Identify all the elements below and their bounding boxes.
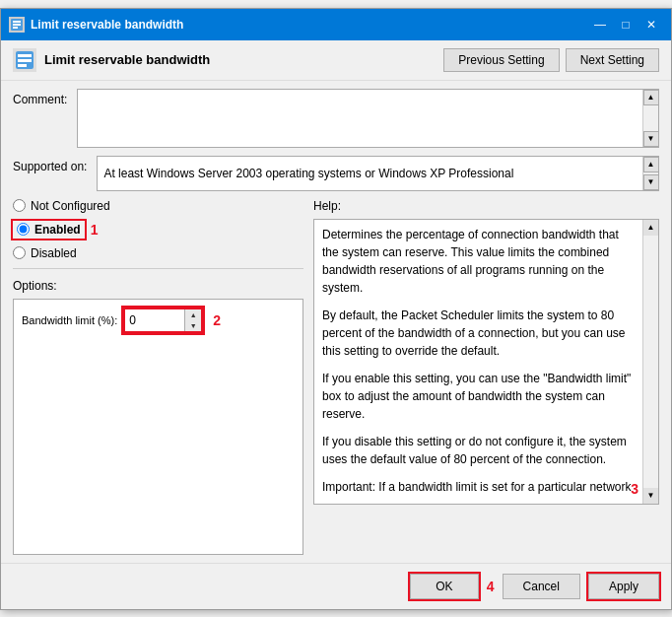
comment-area: Comment: ▲ ▼ (1, 81, 671, 148)
title-bar-controls: — □ ✕ (588, 15, 663, 34)
previous-setting-button[interactable]: Previous Setting (443, 48, 559, 72)
bandwidth-input[interactable] (125, 309, 184, 331)
supported-on-label: Supported on: (13, 156, 87, 173)
disabled-label: Disabled (31, 246, 77, 260)
help-para-5: Important: If a bandwidth limit is set f… (322, 478, 637, 498)
help-para-1: Determines the percentage of connection … (322, 226, 637, 297)
apply-button[interactable]: Apply (588, 574, 659, 599)
options-label: Options: (13, 279, 303, 293)
svg-rect-6 (18, 59, 32, 62)
help-para-4: If you disable this setting or do not co… (322, 433, 637, 468)
enabled-radio[interactable] (17, 223, 30, 236)
scroll-thumb (643, 105, 658, 131)
spinner-up-button[interactable]: ▲ (185, 309, 201, 320)
svg-rect-2 (13, 24, 21, 26)
close-button[interactable]: ✕ (639, 15, 663, 34)
help-column: Help: Determines the percentage of conne… (313, 199, 659, 555)
help-label: Help: (313, 199, 659, 213)
not-configured-option[interactable]: Not Configured (13, 199, 303, 213)
bandwidth-limit-row: Bandwidth limit (%): ▲ ▼ 2 (22, 308, 295, 333)
header-bar: Limit reservable bandwidth Previous Sett… (1, 40, 671, 81)
options-box: Bandwidth limit (%): ▲ ▼ 2 (13, 299, 303, 555)
supported-on-text: At least Windows Server 2003 operating s… (103, 167, 513, 180)
header-title: Limit reservable bandwidth (44, 52, 436, 67)
title-bar: Limit reservable bandwidth — □ ✕ (1, 9, 671, 40)
comment-label: Comment: (13, 89, 67, 148)
main-window: Limit reservable bandwidth — □ ✕ Limit r… (0, 8, 672, 610)
spinner-down-button[interactable]: ▼ (185, 320, 201, 331)
help-text: Determines the percentage of connection … (322, 226, 650, 498)
supported-on-row: Supported on: At least Windows Server 20… (1, 156, 671, 199)
options-section: Options: Bandwidth limit (%): ▲ ▼ 2 (13, 279, 303, 555)
supported-scroll-down[interactable]: ▼ (643, 174, 659, 190)
bandwidth-spinner: ▲ ▼ (123, 308, 203, 333)
annotation-2: 2 (213, 312, 221, 328)
scroll-up-arrow[interactable]: ▲ (643, 90, 659, 105)
title-bar-left: Limit reservable bandwidth (9, 17, 183, 33)
spinner-buttons: ▲ ▼ (184, 309, 201, 331)
svg-rect-3 (13, 27, 18, 29)
supported-scroll-up[interactable]: ▲ (643, 157, 659, 172)
title-bar-text: Limit reservable bandwidth (31, 18, 183, 32)
help-scroll-down[interactable]: ▼ (643, 488, 659, 504)
minimize-button[interactable]: — (588, 15, 612, 34)
annotation-4: 4 (487, 579, 495, 594)
main-content: Not Configured Enabled 1 Disabled Optio (1, 199, 671, 555)
help-scrollbar: ▲ ▼ (642, 220, 658, 504)
scroll-down-arrow[interactable]: ▼ (643, 131, 659, 147)
comment-box: ▲ ▼ (77, 89, 659, 148)
enabled-option[interactable]: Enabled (13, 221, 85, 239)
comment-scrollbar: ▲ ▼ (642, 90, 658, 147)
svg-rect-5 (18, 54, 32, 57)
help-para-2: By default, the Packet Scheduler limits … (322, 307, 637, 360)
supported-on-box: At least Windows Server 2003 operating s… (97, 156, 659, 191)
maximize-button[interactable]: □ (614, 15, 638, 34)
annotation-1: 1 (91, 222, 99, 238)
enabled-label: Enabled (34, 223, 81, 237)
left-column: Not Configured Enabled 1 Disabled Optio (13, 199, 303, 555)
help-scroll-up[interactable]: ▲ (643, 220, 659, 236)
cancel-button[interactable]: Cancel (503, 574, 580, 599)
radio-group: Not Configured Enabled 1 Disabled (13, 199, 303, 260)
next-setting-button[interactable]: Next Setting (566, 48, 659, 72)
svg-rect-1 (13, 21, 21, 23)
help-para-3: If you enable this setting, you can use … (322, 370, 637, 423)
policy-icon (9, 17, 25, 33)
supported-scrollbar: ▲ ▼ (642, 157, 658, 190)
ok-button[interactable]: OK (410, 574, 479, 599)
svg-rect-7 (18, 64, 27, 67)
help-box: Determines the percentage of connection … (313, 219, 659, 505)
not-configured-radio[interactable] (13, 199, 26, 212)
annotation-3: 3 (631, 479, 638, 500)
not-configured-label: Not Configured (31, 199, 110, 213)
nav-buttons: Previous Setting Next Setting (443, 48, 659, 72)
header-policy-icon (13, 48, 36, 72)
disabled-option[interactable]: Disabled (13, 246, 303, 260)
comment-input[interactable] (78, 90, 658, 147)
disabled-radio[interactable] (13, 246, 26, 259)
button-bar: OK 4 Cancel Apply (1, 563, 671, 609)
help-scroll-thumb (643, 236, 658, 488)
bandwidth-limit-label: Bandwidth limit (%): (22, 314, 117, 326)
